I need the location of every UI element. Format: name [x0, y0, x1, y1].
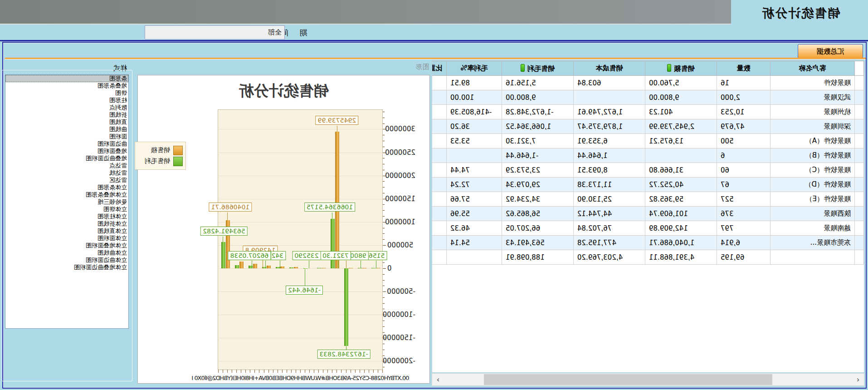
list-item-chart-style[interactable]: 立体堆叠条形图: [5, 191, 128, 198]
cell-value[interactable]: 9,800.00: [645, 90, 717, 105]
cell-value[interactable]: 1,040,686.71: [645, 236, 717, 250]
cell-value[interactable]: 563,491.43: [502, 236, 574, 250]
cell-value[interactable]: -1,646.44: [502, 148, 574, 163]
table-row[interactable]: 东莞市顺景...6,9141,040,686.71477,195.28563,4…: [432, 236, 864, 250]
cell-value[interactable]: 13,675.21: [645, 134, 717, 148]
cell-value[interactable]: [432, 148, 447, 163]
cell-value[interactable]: [855, 76, 864, 90]
cell-value[interactable]: 59,365.82: [645, 192, 717, 207]
list-item-chart-style[interactable]: 堆叠条形图: [5, 82, 128, 89]
cell-customer-name[interactable]: 顺景软件（E）: [770, 192, 855, 207]
cell-value[interactable]: 54.14: [447, 236, 502, 250]
table-row[interactable]: 69,1954,391,868.114,203,769.20188,098.91: [432, 250, 864, 265]
cell-value[interactable]: 55.96: [447, 207, 502, 221]
data-grid[interactable]: 客户名称数量销售额销售成本销售毛利毛利率%比重(顺景软件165,760.0060…: [432, 61, 864, 265]
table-row[interactable]: 陕西顺景376101,609.7444,744.1256,865.6255.96: [432, 207, 864, 221]
cell-value[interactable]: 10,253: [717, 105, 770, 119]
cell-value[interactable]: 29,079.34: [502, 178, 574, 192]
cell-value[interactable]: [855, 134, 864, 148]
cell-value[interactable]: 2,000: [717, 90, 770, 105]
list-item-chart-style[interactable]: 曲线图: [5, 126, 128, 133]
cell-value[interactable]: [855, 119, 864, 134]
cell-value[interactable]: 4,203,769.20: [574, 250, 645, 265]
cell-value[interactable]: 5,156.16: [502, 76, 574, 90]
cell-value[interactable]: [432, 236, 447, 250]
column-header-销售毛利[interactable]: 销售毛利: [502, 61, 574, 76]
column-header-客户名称[interactable]: 客户名称: [770, 61, 855, 76]
table-row[interactable]: 顺景软件（C）6031,666.808,093.5123,573.2974.44: [432, 163, 864, 178]
cell-value[interactable]: 36.20: [447, 119, 502, 134]
cell-value[interactable]: 9,800.00: [502, 90, 574, 105]
cell-value[interactable]: [855, 178, 864, 192]
cell-value[interactable]: 76,702.84: [574, 221, 645, 236]
list-item-chart-style[interactable]: 条形图: [5, 75, 128, 82]
cell-value[interactable]: [855, 221, 864, 236]
cell-customer-name[interactable]: 杭州顺景: [770, 105, 855, 119]
list-item-chart-style[interactable]: 饼图: [5, 89, 128, 97]
cell-value[interactable]: [432, 178, 447, 192]
cell-value[interactable]: 34,234.92: [502, 192, 574, 207]
column-header-毛利率%[interactable]: 毛利率%: [447, 61, 502, 76]
cell-customer-name[interactable]: 陕西顺景: [770, 207, 855, 221]
cell-value[interactable]: 8,093.51: [574, 163, 645, 178]
cell-value[interactable]: [432, 90, 447, 105]
cell-value[interactable]: [432, 134, 447, 148]
scroll-left-icon[interactable]: ‹: [852, 374, 864, 385]
list-item-chart-style[interactable]: 折线图: [5, 111, 128, 118]
summary-table[interactable]: 客户名称数量销售额销售成本销售毛利毛利率%比重(顺景软件165,760.0060…: [432, 60, 864, 373]
cell-value[interactable]: [855, 250, 864, 265]
column-header-比重([interactable]: 比重(: [432, 61, 447, 76]
table-horizontal-scrollbar[interactable]: ‹ ›: [432, 373, 864, 386]
cell-customer-name[interactable]: 顺景软件: [770, 76, 855, 90]
cell-value[interactable]: 376: [717, 207, 770, 221]
cell-value[interactable]: 31,666.80: [645, 163, 717, 178]
cell-value[interactable]: [432, 250, 447, 265]
cell-customer-name[interactable]: 顺景软件（C）: [770, 163, 855, 178]
cell-value[interactable]: 188,098.91: [502, 250, 574, 265]
list-item-chart-style[interactable]: 立体折线图: [5, 220, 128, 227]
cell-value[interactable]: 46.32: [447, 221, 502, 236]
list-item-chart-style[interactable]: 堆叠面积图: [5, 148, 128, 155]
list-item-chart-style[interactable]: 立体堆叠面积图: [5, 242, 128, 249]
cell-value[interactable]: 100.00: [447, 90, 502, 105]
column-header-rowhdr[interactable]: [855, 61, 864, 76]
cell-value[interactable]: 101,609.74: [645, 207, 717, 221]
list-item-chart-style[interactable]: 曲边面积图: [5, 140, 128, 148]
column-header-销售额[interactable]: 销售额: [645, 61, 717, 76]
table-row[interactable]: 顺景软件（B）61,646.44-1,646.44: [432, 148, 864, 163]
list-item-chart-style[interactable]: 立体堆叠曲边面积图: [5, 264, 128, 271]
cell-value[interactable]: 1,066,364.52: [502, 119, 574, 134]
cell-value[interactable]: 1,879,375.47: [574, 119, 645, 134]
cell-value[interactable]: [432, 76, 447, 90]
cell-value[interactable]: 6,914: [717, 236, 770, 250]
cell-value[interactable]: [855, 105, 864, 119]
list-item-chart-style[interactable]: 立体条形图: [5, 184, 128, 191]
cell-value[interactable]: 7,321.30: [502, 134, 574, 148]
cell-value[interactable]: 47,679: [717, 119, 770, 134]
cell-value[interactable]: [447, 148, 502, 163]
cell-value[interactable]: [432, 163, 447, 178]
cell-value[interactable]: 603.84: [574, 76, 645, 90]
table-row[interactable]: 顺景软件（E）52759,365.8225,130.9034,234.9257.…: [432, 192, 864, 207]
cell-value[interactable]: 23,573.29: [502, 163, 574, 178]
cell-value[interactable]: [432, 207, 447, 221]
table-row[interactable]: 顺景软件（D）6740,252.7211,173.3829,079.3472.2…: [432, 178, 864, 192]
cell-customer-name[interactable]: 顺景软件（B）: [770, 148, 855, 163]
scroll-right-icon[interactable]: ›: [432, 374, 444, 385]
cell-value[interactable]: 60: [717, 163, 770, 178]
cell-value[interactable]: 477,195.28: [574, 236, 645, 250]
cell-value[interactable]: 142,909.89: [645, 221, 717, 236]
cell-value[interactable]: 66,207.05: [502, 221, 574, 236]
cell-value[interactable]: 74.44: [447, 163, 502, 178]
cell-value[interactable]: 89.51: [447, 76, 502, 90]
list-item-chart-style[interactable]: 柱形图: [5, 97, 128, 104]
cell-value[interactable]: 500: [717, 134, 770, 148]
cell-customer-name[interactable]: 顺景软件（A）: [770, 134, 855, 148]
cell-customer-name[interactable]: 武汉顺景: [770, 90, 855, 105]
cell-value[interactable]: [432, 119, 447, 134]
list-item-chart-style[interactable]: 雷达点: [5, 162, 128, 169]
cell-value[interactable]: 25,130.90: [574, 192, 645, 207]
tab-summary-data[interactable]: 汇总数据: [798, 44, 863, 58]
cell-value[interactable]: 40,252.72: [645, 178, 717, 192]
cell-value[interactable]: [432, 192, 447, 207]
